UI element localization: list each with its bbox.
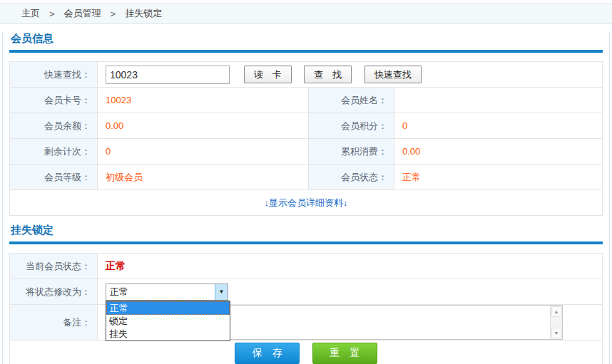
total-consumption-value: 0.00 <box>394 139 603 165</box>
breadcrumb-current-page: 挂失锁定 <box>125 7 162 20</box>
breadcrumb-member-management[interactable]: 会员管理 <box>64 7 101 20</box>
lock-table: 当前会员状态： 正常 将状态修改为： 正常 ▼ 正常 锁定 挂失 备注： <box>9 253 603 364</box>
member-info-table: 快速查找： 读 卡 查 找 快速查找 会员卡号： 10023 会员姓名： 会员余… <box>9 61 603 216</box>
table-row: 剩余计次： 0 累积消费： 0.00 <box>10 139 603 165</box>
points-value: 0 <box>394 113 603 139</box>
details-link-row: ↓显示会员详细资料↓ <box>10 190 603 216</box>
member-info-section-title: 会员信息 <box>11 32 603 46</box>
current-status-label: 当前会员状态： <box>10 254 98 279</box>
status-option-locked[interactable]: 锁定 <box>106 315 230 328</box>
status-option-lost[interactable]: 挂失 <box>106 328 230 340</box>
member-status-value: 正常 <box>394 165 603 190</box>
section-divider <box>9 50 603 53</box>
scroll-down-icon[interactable]: ▼ <box>551 328 562 338</box>
table-row: 会员余额： 0.00 会员积分： 0 <box>10 113 603 139</box>
table-row: 会员等级： 初级会员 会员状态： 正常 <box>10 165 603 190</box>
balance-label: 会员余额： <box>10 113 98 139</box>
remark-label: 备注： <box>10 305 98 340</box>
total-consumption-label: 累积消费： <box>309 139 394 165</box>
action-buttons-row: 保 存 重 置 <box>10 340 603 364</box>
scroll-up-icon[interactable]: ▲ <box>551 306 562 317</box>
status-select-value: 正常 <box>106 286 215 298</box>
page-container: 会员信息 快速查找： 读 卡 查 找 快速查找 会员卡号： 10023 会员姓名… <box>2 32 610 364</box>
remark-row: 备注： ▲ ▼ <box>10 305 603 340</box>
balance-value: 0.00 <box>98 113 309 139</box>
card-number-value: 10023 <box>98 88 309 113</box>
status-select[interactable]: 正常 ▼ <box>106 284 228 301</box>
remaining-times-value: 0 <box>98 139 309 165</box>
read-card-button[interactable]: 读 卡 <box>244 66 292 83</box>
change-status-row: 将状态修改为： 正常 ▼ 正常 锁定 挂失 <box>10 279 603 305</box>
save-button[interactable]: 保 存 <box>235 343 300 364</box>
quick-find-button[interactable]: 快速查找 <box>364 66 422 83</box>
current-status-row: 当前会员状态： 正常 <box>10 254 603 279</box>
search-button[interactable]: 查 找 <box>304 66 352 83</box>
member-name-value <box>394 88 603 113</box>
member-name-label: 会员姓名： <box>309 88 394 113</box>
change-status-label: 将状态修改为： <box>10 279 98 305</box>
status-dropdown-list: 正常 锁定 挂失 <box>106 301 230 341</box>
quick-search-label: 快速查找： <box>10 62 98 88</box>
points-label: 会员积分： <box>309 113 394 139</box>
reset-button[interactable]: 重 置 <box>312 343 377 364</box>
breadcrumb-separator: > <box>111 9 116 19</box>
section-divider <box>9 241 603 244</box>
lock-section-title: 挂失锁定 <box>11 224 603 237</box>
table-row: 会员卡号： 10023 会员姓名： <box>10 88 603 113</box>
breadcrumb-separator: > <box>49 9 55 19</box>
member-level-value: 初级会员 <box>98 165 309 190</box>
breadcrumb: 主页 > 会员管理 > 挂失锁定 <box>0 3 612 24</box>
card-number-label: 会员卡号： <box>10 88 98 113</box>
dropdown-arrow-icon[interactable]: ▼ <box>215 284 228 300</box>
show-member-details-link[interactable]: ↓显示会员详细资料↓ <box>265 197 348 208</box>
current-status-value: 正常 <box>106 260 126 271</box>
member-level-label: 会员等级： <box>10 165 98 190</box>
quick-search-input[interactable] <box>106 66 230 84</box>
quick-search-row: 快速查找： 读 卡 查 找 快速查找 <box>10 62 603 88</box>
member-status-label: 会员状态： <box>309 165 394 190</box>
breadcrumb-home[interactable]: 主页 <box>21 7 40 20</box>
remaining-times-label: 剩余计次： <box>10 139 98 165</box>
status-option-normal[interactable]: 正常 <box>106 301 230 315</box>
textarea-scrollbar[interactable]: ▲ ▼ <box>550 306 562 339</box>
